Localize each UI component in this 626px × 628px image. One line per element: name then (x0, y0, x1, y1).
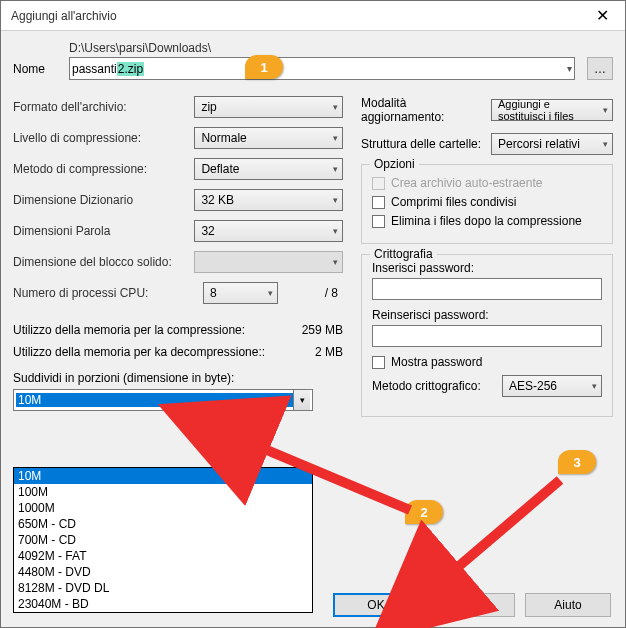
dropdown-item[interactable]: 1000M (14, 500, 312, 516)
level-select[interactable]: Normale▾ (194, 127, 343, 149)
split-label: Suddividi in porzioni (dimensione in byt… (13, 371, 343, 385)
archive-path: D:\Users\parsi\Downloads\ (69, 41, 613, 55)
chevron-down-icon: ▾ (603, 105, 608, 115)
password-input[interactable] (372, 278, 602, 300)
ok-button[interactable]: OK (333, 593, 419, 617)
left-column: Formato dell'archivio: zip▾ Livello di c… (13, 96, 343, 427)
dropdown-item[interactable]: 700M - CD (14, 532, 312, 548)
dialog-body: D:\Users\parsi\Downloads\ Nome passanti … (1, 31, 625, 627)
chevron-down-icon: ▾ (333, 133, 338, 143)
cpu-select[interactable]: 8▾ (203, 282, 278, 304)
mem-comp-value: 259 MB (302, 323, 343, 337)
close-button[interactable]: ✕ (580, 1, 625, 31)
dropdown-item[interactable]: 100M (14, 484, 312, 500)
delete-checkbox[interactable] (372, 215, 385, 228)
dict-label: Dimensione Dizionario (13, 193, 194, 207)
chevron-down-icon: ▾ (333, 102, 338, 112)
cpu-total: / 8 (278, 286, 338, 300)
word-label: Dimensioni Parola (13, 224, 194, 238)
dropdown-item[interactable]: 8128M - DVD DL (14, 580, 312, 596)
word-select[interactable]: 32▾ (194, 220, 343, 242)
paths-label: Struttura delle cartelle: (361, 137, 491, 151)
browse-button[interactable]: … (587, 57, 613, 80)
chevron-down-icon: ▾ (333, 164, 338, 174)
cancel-button[interactable]: Annulla (429, 593, 515, 617)
dialog-window: Aggiungi all'archivio ✕ D:\Users\parsi\D… (0, 0, 626, 628)
show-password-checkbox[interactable] (372, 356, 385, 369)
split-dropdown[interactable]: 10M 100M 1000M 650M - CD 700M - CD 4092M… (13, 467, 313, 613)
dropdown-item[interactable]: 23040M - BD (14, 596, 312, 612)
repwd-label: Reinserisci password: (372, 308, 602, 322)
cpu-label: Numero di processi CPU: (13, 286, 203, 300)
archive-name-input[interactable]: passanti 2.zip ▾ (69, 57, 575, 80)
dropdown-item[interactable]: 4092M - FAT (14, 548, 312, 564)
mem-decomp-label: Utilizzo della memoria per ka decompress… (13, 345, 265, 359)
window-title: Aggiungi all'archivio (11, 9, 117, 23)
update-select[interactable]: Aggiungi e sostituisci i files▾ (491, 99, 613, 121)
options-fieldset: Opzioni Crea archivio auto-estraente Com… (361, 164, 613, 244)
badge-3: 3 (558, 450, 596, 474)
format-label: Formato dell'archivio: (13, 100, 194, 114)
badge-2: 2 (405, 500, 443, 524)
show-password-row[interactable]: Mostra password (372, 355, 602, 369)
update-label: Modalità aggiornamento: (361, 96, 491, 124)
pwd-label: Inserisci password: (372, 261, 602, 275)
dict-select[interactable]: 32 KB▾ (194, 189, 343, 211)
delete-checkbox-row[interactable]: Elimina i files dopo la compressione (372, 214, 602, 228)
chevron-down-icon: ▾ (567, 63, 572, 74)
chevron-down-icon: ▾ (333, 226, 338, 236)
mem-comp-label: Utilizzo della memoria per la compressio… (13, 323, 245, 337)
chevron-down-icon: ▾ (268, 288, 273, 298)
split-combo[interactable]: 10M ▾ (13, 389, 313, 411)
solid-label: Dimensione del blocco solido: (13, 255, 194, 269)
badge-1: 1 (245, 55, 283, 79)
method-select[interactable]: Deflate▾ (194, 158, 343, 180)
enc-method-label: Metodo crittografico: (372, 379, 502, 393)
chevron-down-icon: ▾ (333, 195, 338, 205)
crypto-fieldset: Crittografia Inserisci password: Reinser… (361, 254, 613, 417)
solid-select: ▾ (194, 251, 343, 273)
mem-decomp-value: 2 MB (315, 345, 343, 359)
chevron-down-icon[interactable]: ▾ (293, 390, 310, 410)
shared-checkbox[interactable] (372, 196, 385, 209)
right-column: Modalità aggiornamento: Aggiungi e sosti… (361, 96, 613, 427)
help-button[interactable]: Aiuto (525, 593, 611, 617)
level-label: Livello di compressione: (13, 131, 194, 145)
dropdown-item[interactable]: 650M - CD (14, 516, 312, 532)
enc-method-select[interactable]: AES-256▾ (502, 375, 602, 397)
crypto-legend: Crittografia (370, 247, 437, 261)
name-label: Nome (13, 62, 69, 76)
chevron-down-icon: ▾ (603, 139, 608, 149)
format-select[interactable]: zip▾ (194, 96, 343, 118)
dropdown-item[interactable]: 4480M - DVD (14, 564, 312, 580)
reenter-password-input[interactable] (372, 325, 602, 347)
dropdown-item[interactable]: 10M (14, 468, 312, 484)
chevron-down-icon: ▾ (333, 257, 338, 267)
method-label: Metodo di compressione: (13, 162, 194, 176)
chevron-down-icon: ▾ (592, 381, 597, 391)
sfx-checkbox-row: Crea archivio auto-estraente (372, 176, 602, 190)
titlebar: Aggiungi all'archivio ✕ (1, 1, 625, 31)
options-legend: Opzioni (370, 157, 419, 171)
sfx-checkbox (372, 177, 385, 190)
shared-checkbox-row[interactable]: Comprimi files condivisi (372, 195, 602, 209)
paths-select[interactable]: Percorsi relativi▾ (491, 133, 613, 155)
